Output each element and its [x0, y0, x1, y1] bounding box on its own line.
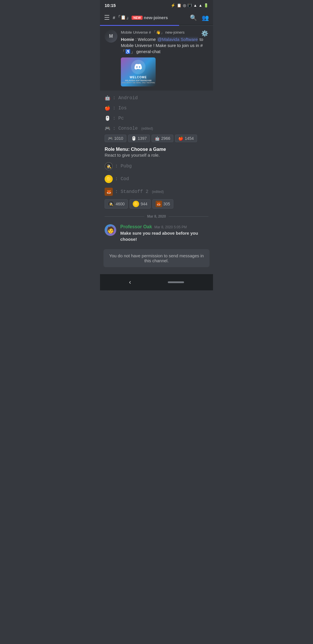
- reaction-emoji: 🟡: [133, 201, 139, 207]
- console-reactions: 🎮 1010 🖱️ 1397 🤖 2966 🍎 1454: [100, 133, 213, 144]
- clipboard-icon: 📋: [177, 3, 181, 8]
- hamburger-icon[interactable]: ☰: [104, 14, 110, 21]
- list-item: 🦊 : Standoff 2 (edited): [100, 185, 213, 198]
- server-avatar: M: [105, 30, 117, 43]
- role-menu-section: Role Menu: Choose a Game React to give y…: [100, 144, 213, 160]
- reaction-badge[interactable]: 🦊 305: [152, 199, 173, 209]
- hash-icon: #: [113, 15, 115, 20]
- channel-suffix: new-joiners: [144, 15, 168, 20]
- pc-label: : Pc: [113, 116, 124, 121]
- reaction-emoji: 🎮: [108, 136, 113, 141]
- list-item: 🎮 : Console (edited): [100, 123, 213, 133]
- members-icon[interactable]: 👥: [202, 14, 209, 21]
- message-header: Professor Oak Mar 8, 2020 5:05 PM: [120, 224, 208, 229]
- list-item: 🍎 : Ios: [100, 103, 213, 113]
- message-content: Professor Oak Mar 8, 2020 5:05 PM Make s…: [120, 224, 208, 242]
- welcome-message: Homie : Welcome @Malavida Software to Mo…: [121, 36, 208, 55]
- battery-icon: 🔋: [204, 3, 208, 8]
- pubg-emoji: 🕵: [105, 162, 113, 170]
- pubg-label: : Pubg: [115, 164, 132, 169]
- welcome-image: WELCOME 4ALAVIDA SOFTWARE#488 (YOU WON'T…: [121, 57, 156, 86]
- top-nav: ☰ # 「📋」 NEW new-joiners 🔍 👥: [100, 10, 213, 25]
- chat-area: 🤖 : Android 🍎 : Ios 🖱️ : Pc 🎮 : Console …: [100, 91, 213, 274]
- avatar: 🧑: [105, 224, 116, 236]
- reaction-count: 1454: [185, 136, 194, 141]
- standoff-emoji: 🦊: [105, 188, 113, 196]
- reaction-badge[interactable]: 🕵 4600: [105, 199, 128, 209]
- cod-label: : Cod: [115, 176, 129, 182]
- channel-name: # 「📋」 NEW new-joiners: [113, 15, 190, 20]
- list-item: 🟡 : Cod: [100, 173, 213, 185]
- standoff-edited: (edited): [152, 190, 164, 194]
- welcome-img-top: WELCOME: [122, 75, 155, 79]
- welcome-img-username: 4ALAVIDA SOFTWARE#488: [122, 79, 155, 82]
- channel-display-label: # 「👋」 new-joiners: [149, 30, 185, 35]
- role-menu-description: React to give yourself a role.: [105, 153, 208, 158]
- wifi-icon: ▲: [193, 3, 197, 8]
- server-name-label: Mobile Universe: [121, 30, 148, 35]
- reaction-emoji: 🍎: [178, 136, 183, 141]
- reaction-count: 1010: [114, 136, 123, 141]
- date-divider: Mar 8, 2020: [105, 214, 208, 218]
- ios-label: : Ios: [113, 106, 127, 111]
- reaction-emoji: 🕵: [108, 201, 114, 207]
- divider-line-left: [105, 216, 144, 217]
- console-label: : Console: [113, 126, 138, 131]
- channel-label: 「📋」: [116, 15, 130, 20]
- ios-emoji: 🍎: [105, 105, 110, 111]
- welcome-img-tagline: (YOU WON'T DIE HERE, ONLY RESPAW): [122, 82, 155, 84]
- status-bar: 10:15 ⚡ 📋 ◎ 📳 ▲ ▲ 🔋: [100, 0, 213, 10]
- reaction-count: 944: [141, 202, 147, 206]
- reaction-count: 1397: [138, 136, 147, 141]
- reaction-badge[interactable]: 🎮 1010: [105, 135, 126, 142]
- back-button[interactable]: ‹: [129, 278, 131, 286]
- nav-actions: 🔍 👥: [190, 14, 209, 21]
- list-item: 🕵 : Pubg: [100, 160, 213, 173]
- reaction-count: 4600: [116, 202, 125, 206]
- console-emoji: 🎮: [105, 126, 110, 131]
- pc-emoji: 🖱️: [105, 115, 110, 121]
- at-icon: ◎: [183, 3, 186, 8]
- reaction-emoji: 🦊: [156, 201, 162, 207]
- welcome-card: M Mobile Universe # 「👋」 new-joiners Homi…: [100, 26, 213, 91]
- reaction-emoji: 🤖: [155, 136, 160, 141]
- reaction-badge[interactable]: 🤖 2966: [152, 135, 173, 142]
- reaction-badge[interactable]: 🍎 1454: [175, 135, 197, 142]
- divider-line-right: [169, 216, 208, 217]
- username-label: Professor Oak: [120, 224, 152, 229]
- list-item: 🤖 : Android: [100, 93, 213, 103]
- mention-tag[interactable]: @Malavida Software: [157, 37, 199, 42]
- bottom-nav: ‹: [100, 274, 213, 290]
- date-divider-label: Mar 8, 2020: [147, 214, 166, 218]
- reaction-count: 2966: [161, 136, 170, 141]
- discord-logo: [131, 60, 145, 74]
- android-label: : Android: [113, 95, 138, 101]
- message-row: 🧑 Professor Oak Mar 8, 2020 5:05 PM Make…: [100, 222, 213, 245]
- list-item: 🖱️ : Pc: [100, 113, 213, 123]
- reaction-badge[interactable]: 🖱️ 1397: [128, 135, 150, 142]
- home-pill[interactable]: [168, 281, 184, 283]
- reaction-count: 305: [163, 202, 170, 206]
- cod-emoji: 🟡: [105, 175, 113, 183]
- standoff-label: : Standoff 2: [115, 189, 148, 194]
- status-time: 10:15: [105, 3, 116, 8]
- android-emoji: 🤖: [105, 95, 110, 101]
- welcome-content: Mobile Universe # 「👋」 new-joiners Homie …: [121, 30, 208, 86]
- timestamp-label: Mar 8, 2020 5:05 PM: [154, 225, 187, 229]
- standoff-reactions: 🕵 4600 🟡 944 🦊 305: [100, 198, 213, 211]
- status-icons: ⚡ 📋 ◎ 📳 ▲ ▲ 🔋: [171, 3, 208, 8]
- settings-icon[interactable]: ⚙️: [201, 30, 208, 37]
- welcome-img-text: WELCOME 4ALAVIDA SOFTWARE#488 (YOU WON'T…: [122, 75, 155, 84]
- message-text: Make sure you read above before you choo…: [120, 230, 208, 242]
- console-edited: (edited): [141, 126, 153, 131]
- message-prefix: : Welcome: [135, 37, 157, 42]
- search-icon[interactable]: 🔍: [190, 14, 197, 21]
- nav-badge: NEW: [132, 16, 143, 20]
- signal-icon: ▲: [199, 3, 202, 8]
- channel-header: Mobile Universe # 「👋」 new-joiners: [121, 30, 208, 35]
- role-menu-title: Role Menu: Choose a Game: [105, 147, 208, 152]
- reaction-badge[interactable]: 🟡 944: [130, 199, 150, 209]
- no-permission-notice: You do not have permission to send messa…: [103, 249, 210, 267]
- vibrate-icon: 📳: [188, 3, 192, 7]
- sender-name: Homie: [121, 37, 134, 42]
